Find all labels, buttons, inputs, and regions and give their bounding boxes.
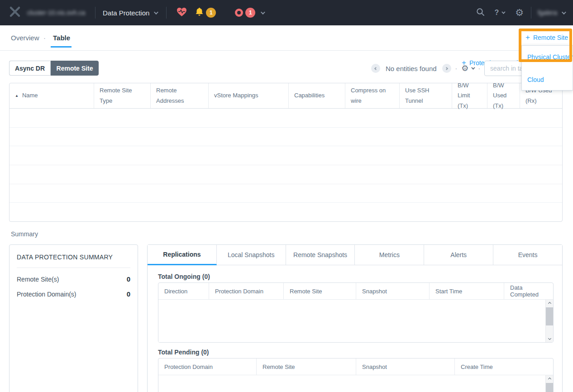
nutanix-logo-icon[interactable]: [9, 6, 21, 19]
pending-table-header: Protection Domain Remote Site Snapshot C…: [158, 359, 553, 375]
column-header-snapshot: Snapshot: [356, 359, 455, 375]
pagination-prev-button[interactable]: [371, 64, 380, 73]
toolbar-dot: ·: [455, 65, 458, 72]
user-menu[interactable]: fgalera: [538, 9, 565, 16]
username: fgalera: [538, 9, 557, 16]
scrollbar-thumb[interactable]: [546, 307, 553, 325]
active-tab-underline: [51, 46, 72, 48]
remote-sites-table-header: ▲ Name Remote Site Type Remote Addresses…: [10, 83, 562, 109]
data-protection-menu-label: Data Protection: [103, 9, 149, 17]
column-label: Snapshot: [362, 288, 387, 295]
column-label: Use SSH Tunnel: [405, 86, 446, 105]
health-heart-icon[interactable]: [177, 7, 187, 19]
vertical-scrollbar[interactable]: [545, 375, 553, 392]
column-header-protection-domain: Protection Domain: [209, 283, 284, 299]
remote-site-toggle-button[interactable]: Remote Site: [51, 61, 99, 76]
navbar-right-controls: ? ⚙ fgalera: [476, 7, 573, 19]
column-header-create-time: Create Time: [455, 359, 554, 375]
pagination-next-button[interactable]: [442, 64, 451, 73]
remote-site-dropdown-menu: Physical Cluster Cloud: [521, 45, 573, 91]
top-navbar: cluster-10.nis.ovh.ca Data Protection 1 …: [0, 0, 573, 25]
column-label: Protection Domain: [215, 288, 263, 295]
pagination-status: No entities found: [386, 65, 437, 72]
summary-label: Protection Domain(s): [17, 291, 76, 298]
data-protection-summary-card: DATA PROTECTION SUMMARY Remote Site(s) 0…: [9, 244, 138, 392]
help-chevron-down-icon[interactable]: [502, 10, 506, 14]
column-label: vStore Mappings: [214, 91, 258, 100]
menu-item-physical-cluster[interactable]: Physical Cluster: [522, 46, 573, 68]
column-header-use-ssh-tunnel[interactable]: Use SSH Tunnel: [400, 83, 452, 108]
column-label: Remote Addresses: [156, 86, 203, 105]
help-button[interactable]: ?: [495, 9, 499, 17]
column-label: Data Completed: [510, 284, 548, 298]
gear-chevron-down-icon: [472, 66, 475, 69]
tab-remote-snapshots[interactable]: Remote Snapshots: [286, 245, 355, 265]
settings-gear-icon[interactable]: ⚙: [515, 8, 524, 18]
scroll-down-arrow[interactable]: [546, 335, 553, 342]
summary-value: 0: [127, 290, 130, 298]
alerts-bell-icon[interactable]: [195, 7, 204, 18]
table-row: [10, 184, 562, 203]
column-header-compress-on-wire[interactable]: Compress on wire: [345, 83, 400, 108]
data-protection-menu[interactable]: Data Protection: [103, 9, 157, 17]
total-pending-title: Total Pending (0): [158, 349, 553, 356]
column-label: B/W Used (Tx): [493, 81, 514, 110]
tab-metrics[interactable]: Metrics: [355, 245, 424, 265]
tab-separator-dot: ·: [43, 34, 46, 42]
column-header-name[interactable]: ▲ Name: [10, 83, 94, 108]
table-row: [10, 165, 562, 184]
ongoing-replications-table: Direction Protection Domain Remote Site …: [158, 282, 554, 343]
async-dr-toggle-button[interactable]: Async DR: [9, 61, 51, 76]
scrollbar-thumb[interactable]: [546, 383, 553, 392]
pending-table-body: [158, 375, 553, 392]
summary-card-title: DATA PROTECTION SUMMARY: [10, 245, 138, 268]
scroll-up-arrow[interactable]: [546, 375, 553, 383]
column-label: Capabilities: [294, 91, 325, 100]
column-label: Remote Site: [263, 363, 295, 370]
column-label: Name: [22, 91, 38, 100]
column-header-bw-used-tx[interactable]: B/W Used (Tx): [487, 83, 520, 108]
column-label: Snapshot: [362, 363, 387, 370]
column-header-remote-site-type[interactable]: Remote Site Type: [94, 83, 151, 108]
column-header-capabilities[interactable]: Capabilities: [289, 83, 345, 108]
add-remote-site-button[interactable]: + Remote Site: [525, 34, 568, 41]
table-row: [10, 146, 562, 165]
tab-table[interactable]: Table: [53, 34, 70, 42]
column-header-remote-addresses[interactable]: Remote Addresses: [151, 83, 209, 108]
table-toolbar: Async DR Remote Site No entities found ·…: [0, 51, 573, 76]
vertical-scrollbar[interactable]: [545, 300, 553, 342]
summary-value: 0: [127, 275, 130, 283]
cluster-name[interactable]: cluster-10.nis.ovh.ca: [27, 9, 95, 16]
user-chevron-down-icon: [562, 10, 566, 14]
tab-overview[interactable]: Overview: [11, 34, 39, 42]
alerts-chevron-down-icon[interactable]: [261, 10, 265, 14]
column-label: Create Time: [461, 363, 493, 370]
tab-events[interactable]: Events: [493, 245, 562, 265]
dr-type-toggle: Async DR Remote Site: [9, 61, 99, 76]
tab-local-snapshots[interactable]: Local Snapshots: [217, 245, 286, 265]
warning-count-badge[interactable]: 1: [206, 8, 216, 18]
column-header-bw-limit-tx[interactable]: B/W Limit (Tx): [452, 83, 487, 108]
summary-label: Remote Site(s): [17, 276, 59, 283]
tab-replications[interactable]: Replications: [148, 245, 217, 265]
search-icon[interactable]: [476, 8, 485, 18]
column-header-direction: Direction: [158, 283, 209, 299]
table-row: [10, 203, 562, 222]
menu-item-cloud[interactable]: Cloud: [522, 68, 573, 91]
table-settings-gear-button[interactable]: ⚙: [461, 64, 474, 72]
add-remote-site-label: Remote Site: [533, 34, 568, 41]
column-header-vstore-mappings[interactable]: vStore Mappings: [209, 83, 289, 108]
navbar-divider: [531, 7, 531, 19]
scroll-up-arrow[interactable]: [546, 300, 553, 307]
table-row: [10, 109, 562, 128]
column-label: Compress on wire: [351, 86, 394, 105]
gear-icon: ⚙: [461, 64, 468, 72]
ongoing-table-header: Direction Protection Domain Remote Site …: [158, 283, 553, 300]
critical-alert-ring-icon[interactable]: [235, 9, 243, 17]
plus-icon: +: [525, 34, 530, 41]
chevron-down-icon: [154, 10, 158, 14]
detail-tabs: Replications Local Snapshots Remote Snap…: [148, 245, 562, 265]
critical-count-badge[interactable]: 1: [245, 8, 255, 18]
column-header-data-completed: Data Completed: [504, 283, 554, 299]
tab-alerts[interactable]: Alerts: [424, 245, 493, 265]
